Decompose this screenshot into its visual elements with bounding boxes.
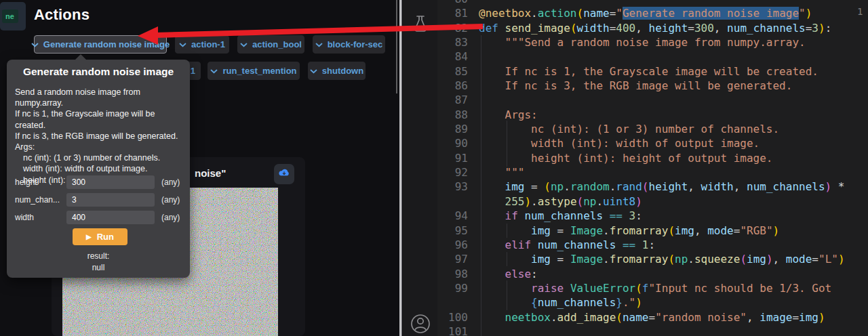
- code-token: def: [479, 22, 498, 35]
- code-line: 86 If nc is 3, the RGB image will be gen…: [437, 79, 868, 93]
- code-token: Image: [570, 253, 603, 266]
- line-number: 83: [437, 35, 468, 49]
- code-token: """: [479, 166, 524, 179]
- code-token: [479, 209, 505, 222]
- indent-guide: [507, 252, 507, 266]
- action-button-label: block-for-sec: [328, 39, 383, 49]
- code-token: img: [675, 224, 694, 237]
- code-text: 255).astype(np.uint8): [479, 194, 642, 209]
- field-row-width: width (any): [7, 211, 190, 226]
- width-input[interactable]: [66, 211, 155, 224]
- sidebar-item-partial[interactable]: ne: [0, 2, 26, 30]
- line-number: 88: [437, 108, 468, 122]
- code-token: (: [642, 180, 649, 193]
- code-token: width (int): width of output image.: [479, 137, 760, 150]
- code-token: (: [668, 253, 675, 266]
- field-label: width: [15, 213, 34, 222]
- line-number: 101: [437, 324, 468, 336]
- field-type-hint: (any): [161, 213, 180, 222]
- action-button-run-test-mention[interactable]: run_test_mention: [208, 62, 300, 80]
- code-token: img: [531, 253, 551, 266]
- code-token: =: [806, 22, 812, 35]
- line-number: 96: [437, 238, 468, 252]
- code-line: 96 elif num_channels == 1:: [437, 238, 868, 252]
- code-token: (: [577, 7, 584, 20]
- chevron-down-icon: [315, 43, 323, 47]
- code-token: ): [635, 195, 642, 208]
- line-number: 84: [437, 49, 468, 64]
- action-button-action-1[interactable]: action-1: [175, 35, 229, 54]
- code-line: 80: [437, 0, 868, 6]
- run-button[interactable]: ▶ Run: [73, 228, 127, 245]
- code-token: (: [577, 195, 584, 208]
- code-token: add_image: [557, 311, 616, 324]
- code-token: send_image: [505, 22, 570, 35]
- code-line: 85 If nc is 1, the Grayscale image will …: [437, 64, 868, 79]
- code-token: [531, 238, 538, 251]
- code-token: [479, 238, 505, 251]
- code-token: img: [747, 253, 766, 266]
- height-input[interactable]: [66, 175, 155, 189]
- action-button-action-bool[interactable]: action_bool: [237, 35, 304, 54]
- action-button-generate-random-noise-image[interactable]: Generate random noise image: [34, 35, 167, 54]
- code-line: {num_channels}."): [437, 295, 868, 310]
- code-token: (: [740, 253, 747, 266]
- code-token: (: [544, 180, 551, 193]
- code-lines: 8081@neetbox.action(name="Generate rando…: [437, 0, 868, 336]
- code-text: img = (np.random.rand(height, width, num…: [479, 180, 845, 194]
- field-label: num_chan...: [15, 195, 60, 205]
- code-token: """Send a random noise image from numpy.…: [479, 36, 806, 49]
- code-text: width (int): width of output image.: [479, 136, 760, 150]
- code-token: (: [668, 224, 675, 237]
- line-number: 100: [437, 310, 468, 324]
- code-token: ): [838, 253, 845, 266]
- code-token: "L": [818, 253, 838, 266]
- line-number: 98: [437, 267, 468, 281]
- code-line: 87: [437, 93, 868, 107]
- account-icon[interactable]: [410, 313, 431, 336]
- code-token: ): [524, 195, 531, 208]
- code-text: @neetbox.action(name="Generate random no…: [479, 6, 812, 20]
- cloud-download-button[interactable]: [274, 164, 294, 184]
- code-token: [623, 209, 629, 222]
- code-text: if num_channels == 3:: [479, 209, 642, 223]
- code-text: def send_image(width=400, height=300, nu…: [479, 21, 831, 35]
- code-token: if: [505, 209, 518, 222]
- code-token: 3: [812, 22, 818, 35]
- code-token: 255: [505, 195, 525, 208]
- code-token: ,: [635, 22, 648, 35]
- scrollbar-thumb[interactable]: [396, 0, 397, 93]
- code-token: ,: [714, 22, 727, 35]
- code-token: Generate random noise image: [623, 7, 799, 20]
- popover-caret: [75, 54, 87, 60]
- code-token: elif: [505, 238, 532, 251]
- code-token: num_channels: [538, 296, 616, 309]
- code-token: Args:: [479, 108, 538, 121]
- code-line: 95 img = Image.fromarray(img, mode="RGB"…: [437, 224, 868, 238]
- code-token: .": [623, 296, 635, 309]
- testing-flask-icon[interactable]: [410, 15, 431, 33]
- code-token: :: [825, 22, 832, 35]
- code-token: mode: [707, 224, 734, 237]
- code-token: =: [610, 7, 616, 20]
- indent-guide: [507, 280, 507, 310]
- description-line: If nc is 1, the Grayscale image will be …: [15, 108, 184, 130]
- code-token: height: [649, 22, 688, 35]
- code-token: ): [635, 296, 642, 309]
- description-line: nc (int): (1 or 3) number of channels.: [15, 152, 184, 163]
- code-token: .: [531, 7, 538, 20]
- line-number: 90: [437, 136, 468, 150]
- code-token: =: [688, 22, 694, 35]
- code-token: ": [799, 7, 806, 20]
- code-token: [564, 282, 570, 295]
- code-token: [498, 22, 505, 35]
- code-text: elif num_channels == 1:: [479, 238, 655, 252]
- code-token: =: [734, 224, 741, 237]
- code-token: ValueError: [570, 282, 635, 295]
- num-channels-input[interactable]: [66, 193, 155, 207]
- action-button-block-for-sec[interactable]: block-for-sec: [313, 35, 385, 54]
- field-row-num-channels: num_chan... (any): [7, 193, 190, 208]
- chevron-down-icon: [210, 69, 218, 74]
- action-button-shutdown[interactable]: shutdown: [308, 62, 366, 80]
- action-button-label: action-1: [191, 39, 225, 49]
